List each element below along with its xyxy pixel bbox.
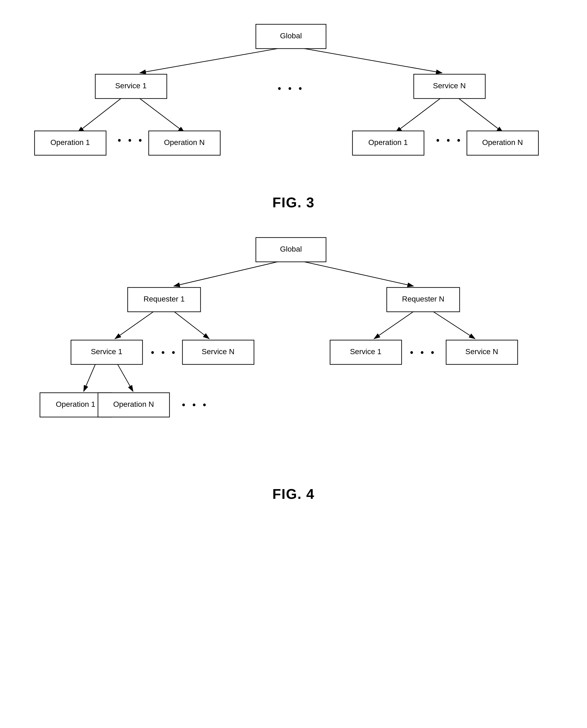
requesterN-label: Requester N xyxy=(402,295,444,303)
serviceN-L-label: Service N xyxy=(202,347,234,356)
line-sN-op1 xyxy=(396,98,440,132)
line-s1L-opN xyxy=(118,365,133,392)
opN-left-label: Operation N xyxy=(164,138,205,146)
op1-label: Operation 1 xyxy=(55,400,95,408)
dots-ops-bottom: • • • xyxy=(182,399,208,410)
line-req1-s1 xyxy=(115,312,153,339)
line-sN-opN xyxy=(459,98,503,132)
fig4-global-label: Global xyxy=(280,245,302,253)
requester1-label: Requester 1 xyxy=(143,295,185,303)
op1-right-label: Operation 1 xyxy=(368,138,407,146)
service1-L-label: Service 1 xyxy=(91,347,122,356)
line-reqN-s1 xyxy=(374,312,413,339)
opN-label: Operation N xyxy=(113,400,154,408)
dots-services: • • • xyxy=(278,83,304,94)
line-reqN-sN xyxy=(433,312,475,339)
serviceN-R-label: Service N xyxy=(465,347,498,356)
serviceN-label: Service N xyxy=(433,81,466,90)
figure-3: Global • • • Service 1 Service N • • • xyxy=(22,16,565,211)
figure-4: Global Requester 1 Requester N Service 1… xyxy=(22,232,565,502)
page-content: Global • • • Service 1 Service N • • • xyxy=(22,16,565,524)
line-s1-opN xyxy=(140,98,184,132)
line-s1-op1 xyxy=(78,98,121,132)
line-global-serviceN xyxy=(304,49,442,73)
service1-label: Service 1 xyxy=(115,81,146,90)
line-s1L-op1 xyxy=(84,365,95,392)
opN-right-label: Operation N xyxy=(482,138,523,146)
op1-left-label: Operation 1 xyxy=(50,138,90,146)
fig3-label: FIG. 3 xyxy=(272,194,314,211)
line-global-service1 xyxy=(140,49,278,73)
fig4-diagram: Global Requester 1 Requester N Service 1… xyxy=(24,232,564,475)
fig3-diagram: Global • • • Service 1 Service N • • • xyxy=(24,16,564,184)
service1-R-label: Service 1 xyxy=(350,347,381,356)
dots-services-L: • • • xyxy=(151,347,177,358)
fig4-label: FIG. 4 xyxy=(272,486,314,502)
line-global-reqN xyxy=(304,262,414,286)
line-global-req1 xyxy=(174,262,278,286)
dots-services-R: • • • xyxy=(410,347,437,358)
dots-ops-right: • • • xyxy=(436,135,463,146)
dots-ops-left: • • • xyxy=(118,135,144,146)
global-label: Global xyxy=(280,31,302,40)
line-req1-sN xyxy=(174,312,209,339)
